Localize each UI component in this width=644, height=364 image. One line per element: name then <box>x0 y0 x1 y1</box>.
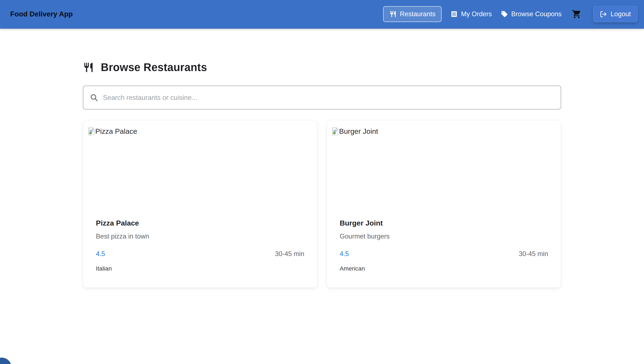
image-alt-text: Burger Joint <box>339 127 378 135</box>
delivery-time: 30-45 min <box>275 250 304 258</box>
restaurant-card-burger-joint[interactable]: Burger Joint Burger Joint Gourmet burger… <box>327 120 561 288</box>
card-meta-row: 4.5 30-45 min <box>340 250 548 258</box>
restaurant-rating: 4.5 <box>96 250 105 258</box>
cart-button[interactable] <box>572 9 582 19</box>
search-input[interactable] <box>103 94 554 102</box>
search-icon <box>90 93 98 102</box>
receipt-icon <box>450 11 458 18</box>
logout-button[interactable]: Logout <box>593 6 638 22</box>
restaurant-card-pizza-palace[interactable]: Pizza Palace Pizza Palace Best pizza in … <box>83 120 317 288</box>
restaurant-icon <box>389 11 396 18</box>
page-title: Browse Restaurants <box>101 61 207 74</box>
restaurant-description: Gourmet burgers <box>340 233 548 240</box>
restaurant-image: Pizza Palace <box>83 120 317 218</box>
card-body: Pizza Palace Best pizza in town 4.5 30-4… <box>83 218 317 272</box>
nav-browse-coupons-button[interactable]: Browse Coupons <box>501 10 562 18</box>
restaurant-image: Burger Joint <box>327 120 561 218</box>
card-body: Burger Joint Gourmet burgers 4.5 30-45 m… <box>327 218 561 272</box>
app-header: Food Delivery App Restaurants My Orders … <box>0 0 644 29</box>
delivery-time: 30-45 min <box>519 250 548 258</box>
restaurant-cuisine: Italian <box>96 265 304 272</box>
restaurant-name: Pizza Palace <box>96 219 304 227</box>
shopping-cart-icon <box>572 9 582 19</box>
restaurant-cuisine: American <box>340 265 548 272</box>
card-meta-row: 4.5 30-45 min <box>96 250 304 258</box>
logout-icon <box>600 11 607 18</box>
broken-image-alt-row: Pizza Palace <box>88 127 317 135</box>
main-content: Browse Restaurants <box>83 29 561 288</box>
restaurant-cards-grid: Pizza Palace Pizza Palace Best pizza in … <box>83 120 561 288</box>
restaurant-name: Burger Joint <box>340 219 548 227</box>
search-box <box>83 86 561 109</box>
broken-image-icon <box>88 127 94 135</box>
page-heading: Browse Restaurants <box>83 61 561 74</box>
restaurant-description: Best pizza in town <box>96 233 304 240</box>
nav-browse-coupons-label: Browse Coupons <box>511 10 562 18</box>
app-title: Food Delivery App <box>10 10 73 18</box>
nav-restaurants-label: Restaurants <box>400 10 435 18</box>
broken-image-icon <box>332 127 338 135</box>
restaurant-icon <box>83 62 94 73</box>
corner-notification-dot <box>0 357 12 364</box>
image-alt-text: Pizza Palace <box>95 127 137 135</box>
tag-icon <box>501 11 508 18</box>
nav-my-orders-button[interactable]: My Orders <box>450 10 492 18</box>
logout-label: Logout <box>610 10 631 18</box>
nav-restaurants-button[interactable]: Restaurants <box>383 6 442 22</box>
restaurant-rating: 4.5 <box>340 250 349 258</box>
broken-image-alt-row: Burger Joint <box>332 127 561 135</box>
main-nav: Restaurants My Orders Browse Coupons Log… <box>383 6 638 22</box>
nav-my-orders-label: My Orders <box>461 10 492 18</box>
